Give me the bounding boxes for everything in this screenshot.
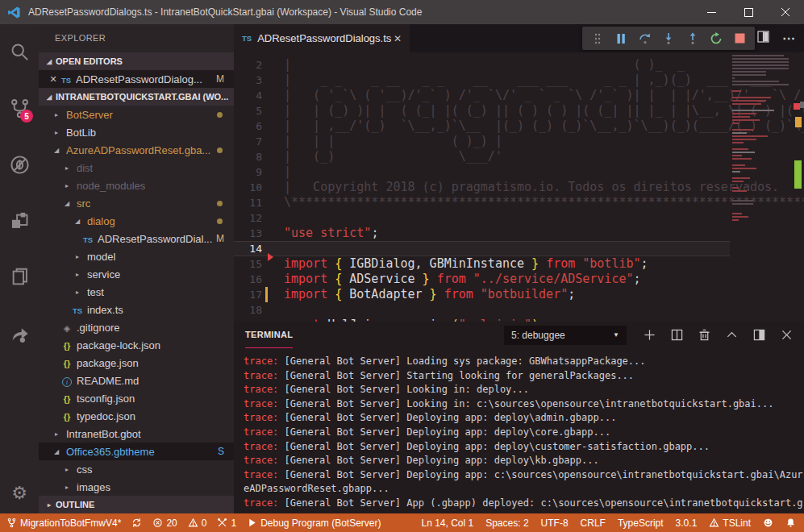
minimize-button[interactable]: [693, 0, 730, 24]
status-right-crlf[interactable]: CRLF: [581, 517, 606, 529]
status-right-typescript[interactable]: TypeScript: [618, 517, 664, 529]
line-number: 9: [234, 164, 262, 180]
search-icon[interactable]: [0, 34, 39, 69]
tab-close-icon[interactable]: ✕: [394, 33, 402, 44]
tree-item-dialog[interactable]: ◢dialog: [39, 212, 234, 230]
tree-item-readme-md[interactable]: iREADME.md: [39, 372, 234, 389]
drag-grip-icon[interactable]: [589, 30, 606, 48]
scrollbar-thumb[interactable]: [800, 102, 804, 108]
status-left-20[interactable]: 20: [152, 517, 177, 529]
tools-icon: [217, 517, 227, 528]
status-right-tslint[interactable]: TSLint: [709, 517, 751, 529]
tree-item-intranetbot-gbot[interactable]: ▸IntranetBot.gbot: [39, 425, 234, 443]
outline-section-header[interactable]: ▸ OUTLINE: [39, 496, 234, 513]
status-right-spaces-2[interactable]: Spaces: 2: [485, 517, 528, 529]
tree-item-model[interactable]: ▸model: [39, 247, 234, 265]
minimap[interactable]: [732, 55, 790, 222]
tab-adresetpassworddialogs[interactable]: TS ADResetPasswordDialogs.ts ✕: [234, 24, 410, 52]
close-button[interactable]: [767, 0, 804, 24]
status-left-debug-program-botserver[interactable]: Debug Program (BotServer): [247, 517, 381, 529]
tree-item-node-modules[interactable]: ▸node_modules: [39, 177, 234, 194]
close-panel-icon[interactable]: [781, 329, 793, 341]
tree-item-dist[interactable]: ▸dist: [39, 159, 234, 177]
code-line-2[interactable]: 2| ( )_ _ |: [234, 57, 730, 73]
step-over-button[interactable]: [636, 30, 654, 48]
tree-item-tsconfig-json[interactable]: {}tsconfig.json: [39, 389, 234, 407]
pause-button[interactable]: [612, 30, 630, 48]
code-line-12[interactable]: 12: [234, 210, 730, 226]
tree-item-botserver[interactable]: ▸BotServer: [39, 106, 234, 123]
kill-terminal-icon[interactable]: [698, 329, 710, 341]
overview-ruler[interactable]: [792, 52, 804, 322]
tree-item-package-lock-json[interactable]: {}package-lock.json: [39, 336, 234, 354]
status-left-sync[interactable]: [131, 517, 142, 528]
tree-item-src[interactable]: ◢src: [39, 194, 234, 212]
open-editor-item[interactable]: ✕ TS ADResetPasswordDialog... M: [39, 70, 234, 88]
code-line-17[interactable]: 17import { BotAdapter } from "botbuilder…: [234, 287, 730, 302]
tree-item-images[interactable]: ▸images: [39, 478, 234, 496]
tree-item-package-json[interactable]: {}package.json: [39, 354, 234, 372]
split-terminal-icon[interactable]: [671, 329, 683, 341]
collapse-panel-icon[interactable]: [726, 329, 738, 341]
restart-button[interactable]: [707, 30, 725, 48]
tree-item-adresetpassworddial[interactable]: TSADResetPasswordDial...M: [39, 230, 234, 247]
code-line-6[interactable]: 6| | ,__/'(_) `\__,_)`\__ |(_) (_) (_)`\…: [234, 118, 730, 134]
more-actions-icon[interactable]: ⋯: [782, 31, 796, 46]
share-icon[interactable]: [0, 316, 39, 351]
debug-icon[interactable]: [0, 147, 39, 182]
tree-item-typedoc-json[interactable]: {}typedoc.json: [39, 407, 234, 425]
tree-item-service[interactable]: ▸service: [39, 265, 234, 283]
status-left-1[interactable]: 1: [217, 517, 236, 529]
code-line-5[interactable]: 5| | (_) )| | ( (_| |( (_) || ( ) ( ) |(…: [234, 103, 730, 118]
open-editors-section-header[interactable]: ◢ OPEN EDITORS: [39, 52, 234, 70]
terminal-output[interactable]: trace: [General Bot Server] Loading sys …: [234, 348, 804, 511]
code-line-8[interactable]: 8| (_) \___/' |: [234, 149, 730, 164]
status-left-migrationtobotfmwv4[interactable]: MigrationToBotFmwV4*: [6, 517, 121, 529]
code-line-10[interactable]: 10| Copyright 2018 (c) pragmatismo.io. T…: [234, 180, 730, 195]
code-line-15[interactable]: 15import { IGBDialog, GBMinInstance } fr…: [234, 256, 730, 272]
status-right-utf-8[interactable]: UTF-8: [541, 517, 569, 529]
step-into-button[interactable]: [660, 30, 677, 48]
code-line-3[interactable]: 3| _ _ _ __ _ _ __ ___ ___ _ _ | ,_)(_) …: [234, 73, 730, 88]
status-item-label: CRLF: [581, 517, 606, 529]
status-right-smiley[interactable]: [763, 517, 773, 528]
documents-icon[interactable]: [0, 260, 39, 295]
workspace-section-header[interactable]: ◢ INTRANETBOTQUICKSTART.GBAI (WO...: [39, 88, 234, 106]
status-letter-badge: S: [218, 446, 224, 457]
tree-item-botlib[interactable]: ▸BotLib: [39, 123, 234, 141]
line-number: 16: [234, 272, 262, 287]
terminal-selector[interactable]: 5: debuggee ▼: [504, 326, 627, 345]
maximize-button[interactable]: [730, 0, 767, 24]
tree-item-office365-gbtheme[interactable]: ◢Office365.gbthemeS: [39, 443, 234, 460]
code-line-11[interactable]: 11\*************************************…: [234, 195, 730, 210]
source-control-icon[interactable]: 5: [0, 90, 39, 126]
status-right-ln-14-col-1[interactable]: Ln 14, Col 1: [421, 517, 473, 529]
code-line-18[interactable]: 18: [234, 302, 730, 318]
tree-item-test[interactable]: ▸test: [39, 283, 234, 301]
extensions-icon[interactable]: [0, 203, 39, 239]
code-line-7[interactable]: 7| | | ( )_) | |: [234, 134, 730, 149]
code-line-14[interactable]: 14: [234, 241, 730, 256]
tree-item-gitignore[interactable]: ◈.gitignore: [39, 318, 234, 336]
stop-button[interactable]: [731, 30, 749, 48]
close-editor-icon[interactable]: ✕: [47, 74, 60, 85]
settings-gear-icon[interactable]: ⚙: [0, 484, 39, 502]
split-editor-icon[interactable]: [757, 31, 769, 46]
status-left-0[interactable]: 0: [188, 517, 207, 529]
code-line-9[interactable]: 9| |: [234, 164, 730, 180]
new-terminal-icon[interactable]: [644, 329, 656, 341]
tab-terminal[interactable]: TERMINAL: [245, 322, 293, 348]
tree-item-index-ts[interactable]: TSindex.ts: [39, 301, 234, 318]
code-line-19[interactable]: 19const UrlJoin = require("url-join");: [234, 318, 730, 322]
code-line-4[interactable]: 4| ( '_`\ ( '__)/'_` ) /'_ `\/' _ ` _ `\…: [234, 88, 730, 103]
code-line-16[interactable]: 16import { ADService } from "../service/…: [234, 272, 730, 287]
tree-item-css[interactable]: ▸css: [39, 460, 234, 478]
code-line-13[interactable]: 13"use strict";: [234, 226, 730, 241]
ts-file-icon: TS: [81, 233, 94, 245]
status-right-bell[interactable]: [785, 517, 796, 528]
step-out-button[interactable]: [684, 30, 702, 48]
tree-item-azureadpasswordreset-gba[interactable]: ◢AzureADPasswordReset.gba...: [39, 141, 234, 159]
maximize-panel-icon[interactable]: [753, 329, 765, 341]
code-editor[interactable]: 2| ( )_ _ |3| _ _ _ __ _ _ __ ___ ___ _ …: [234, 52, 804, 322]
status-right-3-0-1[interactable]: 3.0.1: [676, 517, 698, 529]
